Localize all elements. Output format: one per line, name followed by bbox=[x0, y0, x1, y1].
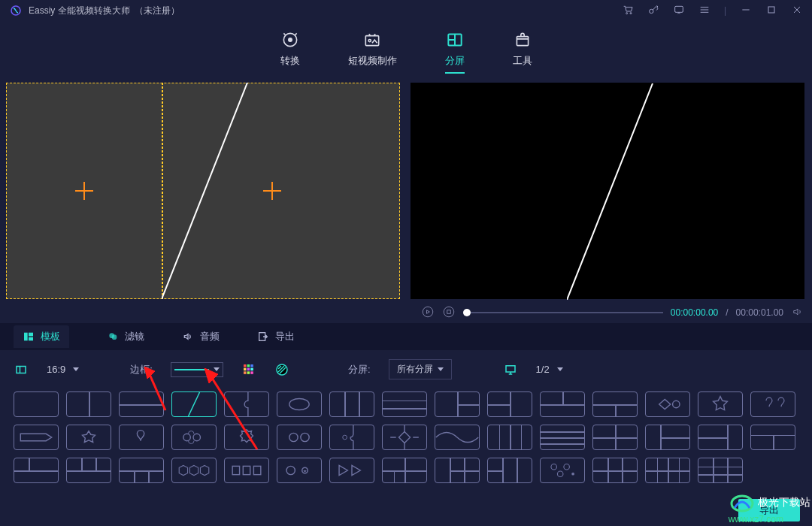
split-label: 分屏: bbox=[348, 363, 371, 376]
player-bar: 00:00:00.00/00:00:01.00 bbox=[0, 302, 812, 323]
tpl-34[interactable] bbox=[171, 458, 217, 483]
tpl-12[interactable] bbox=[592, 391, 638, 417]
svg-point-25 bbox=[112, 334, 117, 340]
tpl-36[interactable] bbox=[277, 458, 322, 483]
tpl-31[interactable] bbox=[14, 458, 59, 483]
progress-bar[interactable] bbox=[463, 312, 663, 313]
subtab-audio[interactable]: 音频 bbox=[182, 330, 220, 343]
aspect-value[interactable]: 16:9 bbox=[47, 364, 65, 375]
svg-marker-48 bbox=[179, 465, 187, 475]
svg-line-17 bbox=[567, 83, 653, 300]
screen-value[interactable]: 1/2 bbox=[536, 364, 550, 375]
tpl-28[interactable] bbox=[645, 425, 690, 450]
chevron-down-icon[interactable] bbox=[73, 367, 79, 371]
monitor-icon[interactable] bbox=[503, 362, 518, 377]
tpl-15[interactable] bbox=[750, 391, 795, 417]
tpl-41[interactable] bbox=[540, 458, 585, 483]
tpl-25[interactable] bbox=[487, 425, 532, 450]
tpl-27[interactable] bbox=[592, 425, 638, 450]
nav-shortvideo[interactable]: 短视频制作 bbox=[348, 30, 397, 68]
svg-marker-60 bbox=[144, 367, 155, 379]
tpl-24[interactable] bbox=[435, 425, 480, 450]
tpl-37[interactable] bbox=[329, 458, 374, 483]
nav-tools[interactable]: 工具 bbox=[513, 30, 532, 68]
subtab-filter[interactable]: 滤镜 bbox=[107, 330, 144, 343]
svg-rect-30 bbox=[250, 364, 253, 367]
tpl-40[interactable] bbox=[487, 458, 532, 483]
tpl-39[interactable] bbox=[435, 458, 480, 483]
edit-panel[interactable] bbox=[6, 83, 400, 299]
tpl-42[interactable] bbox=[592, 458, 638, 483]
tpl-29[interactable] bbox=[698, 425, 743, 450]
svg-rect-8 bbox=[365, 36, 378, 46]
sub-tabs: 模板 滤镜 音频 导出 bbox=[0, 323, 812, 350]
tpl-26[interactable] bbox=[540, 425, 585, 450]
tpl-1[interactable] bbox=[14, 391, 59, 417]
subtab-template[interactable]: 模板 bbox=[14, 325, 69, 348]
maximize-icon[interactable] bbox=[765, 4, 777, 18]
reg-status: （未注册） bbox=[135, 5, 180, 17]
chevron-down-icon[interactable] bbox=[557, 367, 563, 371]
svg-marker-62 bbox=[205, 368, 218, 383]
svg-point-63 bbox=[732, 496, 753, 511]
tpl-7[interactable] bbox=[329, 391, 374, 417]
tpl-22[interactable] bbox=[329, 425, 374, 450]
tpl-16[interactable] bbox=[14, 425, 59, 450]
nav-shortvideo-label: 短视频制作 bbox=[348, 54, 397, 68]
close-icon[interactable] bbox=[791, 4, 803, 18]
split-select[interactable]: 所有分屏 bbox=[389, 359, 452, 379]
time-current: 00:00:00.00 bbox=[671, 307, 718, 318]
tpl-44[interactable] bbox=[698, 458, 743, 483]
svg-marker-41 bbox=[659, 399, 671, 409]
svg-point-1 bbox=[626, 12, 628, 14]
tpl-32[interactable] bbox=[66, 458, 111, 483]
tpl-35[interactable] bbox=[224, 458, 269, 483]
tpl-14[interactable] bbox=[698, 391, 743, 417]
tpl-10[interactable] bbox=[487, 391, 532, 417]
tpl-43[interactable] bbox=[645, 458, 690, 483]
key-icon[interactable] bbox=[647, 4, 659, 18]
tpl-8[interactable] bbox=[382, 391, 427, 417]
nav-tools-label: 工具 bbox=[513, 54, 532, 68]
svg-rect-23 bbox=[29, 337, 33, 341]
nav-convert[interactable]: 转换 bbox=[280, 30, 300, 68]
tpl-17[interactable] bbox=[66, 425, 111, 450]
nav-split[interactable]: 分屏 bbox=[445, 30, 465, 74]
svg-rect-29 bbox=[247, 364, 250, 367]
tpl-38[interactable] bbox=[382, 458, 427, 483]
svg-point-40 bbox=[289, 398, 309, 410]
tpl-30[interactable] bbox=[750, 425, 795, 450]
volume-icon[interactable] bbox=[791, 305, 804, 321]
svg-rect-28 bbox=[244, 364, 247, 367]
tpl-33[interactable] bbox=[119, 458, 164, 483]
main-nav: 转换 短视频制作 分屏 工具 bbox=[0, 21, 812, 77]
preview-area bbox=[0, 77, 812, 302]
tpl-21[interactable] bbox=[277, 425, 322, 450]
title-bar: Eassiy 全能视频转换大师 （未注册） | bbox=[0, 0, 812, 21]
tpl-9[interactable] bbox=[435, 391, 480, 417]
svg-marker-49 bbox=[189, 465, 198, 475]
stop-icon[interactable] bbox=[442, 305, 456, 321]
tpl-11[interactable] bbox=[540, 391, 585, 417]
tpl-2[interactable] bbox=[66, 391, 111, 417]
svg-rect-5 bbox=[768, 7, 774, 13]
svg-point-44 bbox=[193, 434, 200, 440]
svg-line-12 bbox=[162, 83, 247, 299]
svg-point-3 bbox=[650, 9, 653, 13]
cart-icon[interactable] bbox=[622, 4, 634, 18]
tpl-13[interactable] bbox=[645, 391, 690, 417]
hatch-icon[interactable] bbox=[274, 362, 289, 377]
minimize-icon[interactable] bbox=[740, 4, 752, 18]
subtab-export[interactable]: 导出 bbox=[257, 330, 295, 343]
subtab-export-label: 导出 bbox=[275, 330, 295, 343]
tpl-23[interactable] bbox=[382, 425, 427, 450]
svg-point-19 bbox=[444, 307, 454, 317]
menu-icon[interactable] bbox=[698, 4, 710, 18]
aspect-icon[interactable] bbox=[14, 362, 29, 377]
tpl-6[interactable] bbox=[277, 391, 322, 417]
tpl-18[interactable] bbox=[119, 425, 164, 450]
feedback-icon[interactable] bbox=[673, 4, 685, 18]
svg-point-43 bbox=[183, 434, 190, 440]
svg-line-59 bbox=[149, 373, 165, 410]
play-icon[interactable] bbox=[421, 305, 435, 321]
